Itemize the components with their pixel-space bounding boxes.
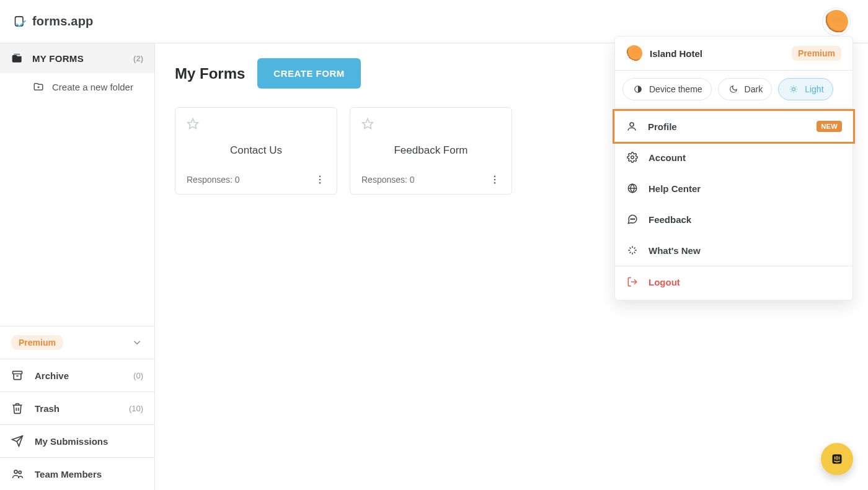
menu-item-label: Account: [649, 152, 686, 163]
page-title: My Forms: [175, 65, 245, 82]
chevron-down-icon: [131, 336, 143, 349]
sidebar-create-folder[interactable]: Create a new folder: [0, 73, 154, 100]
svg-point-7: [319, 179, 321, 180]
sidebar-item-label: Archive: [35, 370, 69, 381]
menu-item-label: Help Center: [649, 183, 701, 194]
users-icon: [11, 468, 24, 480]
sidebar-item-label: My Submissions: [35, 436, 108, 447]
svg-rect-24: [836, 456, 838, 460]
logout-icon: [626, 276, 639, 288]
menu-item-account[interactable]: Account: [615, 142, 852, 173]
svg-rect-2: [13, 371, 22, 374]
form-card-title: Feedback Form: [361, 144, 500, 157]
premium-pill: Premium: [11, 335, 63, 350]
create-form-button[interactable]: CREATE FORM: [257, 58, 360, 89]
svg-point-6: [319, 176, 321, 177]
sidebar-item-label: Trash: [35, 403, 60, 414]
form-card-responses: Responses: 0: [187, 175, 240, 185]
app-logo-icon: [14, 15, 26, 28]
premium-badge: Premium: [792, 46, 841, 61]
theme-label: Light: [805, 84, 823, 94]
sidebar-item-trash[interactable]: Trash (10): [0, 392, 154, 424]
theme-selector: Device theme Dark Light: [615, 71, 852, 108]
sidebar-item-my-submissions[interactable]: My Submissions: [0, 424, 154, 457]
svg-point-4: [19, 471, 21, 473]
brand-name: forms.app: [32, 14, 93, 28]
sidebar-item-count: (10): [129, 404, 143, 413]
intercom-icon: [831, 453, 843, 465]
form-card-title: Contact Us: [187, 144, 326, 157]
sidebar-item-label: Team Members: [35, 469, 102, 479]
paper-plane-icon: [11, 435, 24, 447]
menu-item-label: Profile: [648, 121, 677, 132]
new-badge: NEW: [817, 121, 842, 132]
sidebar-item-team-members[interactable]: Team Members: [0, 457, 154, 490]
theme-label: Dark: [745, 84, 763, 94]
sidebar-item-my-forms[interactable]: MY FORMS (2): [0, 43, 154, 73]
svg-point-19: [632, 219, 633, 219]
svg-point-3: [14, 470, 17, 473]
archive-icon: [11, 369, 24, 382]
sidebar-item-count: (0): [133, 371, 143, 380]
more-menu-button[interactable]: [314, 174, 326, 185]
user-menu-list: Profile NEW Account Help Center Feedback: [615, 108, 852, 300]
svg-point-16: [631, 156, 634, 159]
theme-label: Device theme: [649, 84, 702, 94]
brand[interactable]: forms.app: [14, 14, 93, 28]
avatar-image: [626, 45, 642, 61]
sidebar-item-archive[interactable]: Archive (0): [0, 359, 154, 392]
user-name: Island Hotel: [650, 48, 702, 59]
avatar-image: [825, 10, 848, 33]
user-menu-header: Island Hotel Premium: [615, 37, 852, 71]
menu-item-whats-new[interactable]: What's New: [615, 235, 852, 266]
chat-fab[interactable]: [821, 443, 853, 475]
svg-point-14: [792, 88, 795, 91]
svg-point-18: [631, 219, 631, 219]
svg-point-10: [494, 176, 495, 177]
svg-marker-5: [188, 119, 198, 129]
contrast-icon: [632, 83, 644, 95]
sidebar-item-label: Create a new folder: [52, 82, 133, 92]
more-menu-button[interactable]: [489, 174, 500, 185]
menu-item-profile[interactable]: Profile NEW: [614, 111, 853, 142]
user-menu-popover: Island Hotel Premium Device theme Dark L…: [614, 36, 853, 300]
svg-point-15: [630, 123, 634, 126]
svg-point-12: [494, 182, 495, 183]
theme-light-button[interactable]: Light: [778, 78, 833, 100]
sidebar-item-count: (2): [133, 54, 143, 63]
avatar-button[interactable]: [822, 7, 851, 36]
menu-item-label: Logout: [649, 277, 680, 287]
sparkle-icon: [626, 244, 639, 256]
menu-item-help-center[interactable]: Help Center: [615, 173, 852, 204]
globe-icon: [626, 182, 639, 195]
svg-marker-9: [363, 119, 373, 129]
menu-item-feedback[interactable]: Feedback: [615, 204, 852, 235]
form-card[interactable]: Feedback Form Responses: 0: [350, 107, 512, 195]
svg-rect-25: [839, 457, 840, 460]
svg-rect-23: [835, 457, 836, 460]
trash-icon: [11, 402, 24, 414]
menu-item-label: What's New: [649, 245, 701, 256]
folder-stack-icon: [11, 52, 24, 64]
svg-point-8: [319, 182, 321, 183]
svg-point-20: [634, 219, 634, 219]
svg-rect-1: [14, 54, 20, 56]
star-outline-icon[interactable]: [187, 118, 199, 130]
theme-dark-button[interactable]: Dark: [718, 78, 773, 100]
menu-item-label: Feedback: [649, 214, 691, 225]
moon-icon: [727, 83, 740, 95]
sidebar-item-label: MY FORMS: [32, 53, 84, 64]
form-card-responses: Responses: 0: [361, 175, 415, 185]
menu-item-logout[interactable]: Logout: [615, 266, 852, 297]
svg-point-11: [494, 179, 495, 180]
chat-icon: [626, 213, 639, 225]
user-icon: [626, 120, 638, 133]
folder-plus-icon: [32, 81, 45, 93]
sidebar-premium[interactable]: Premium: [0, 326, 154, 359]
sidebar: MY FORMS (2) Create a new folder Premium: [0, 43, 155, 490]
form-card[interactable]: Contact Us Responses: 0: [175, 107, 337, 195]
sun-icon: [787, 83, 800, 95]
theme-device-button[interactable]: Device theme: [622, 78, 712, 100]
star-outline-icon[interactable]: [361, 118, 374, 130]
gear-icon: [626, 151, 639, 164]
